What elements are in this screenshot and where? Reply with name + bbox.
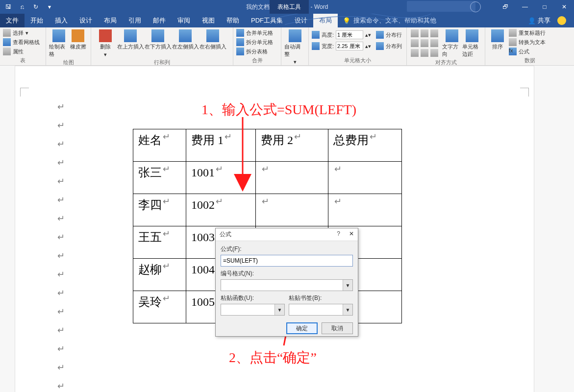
ribbon-display-icon[interactable]: 🗗 xyxy=(496,0,515,14)
qat-more-icon[interactable]: ▾ xyxy=(44,1,55,12)
autofit-icon xyxy=(289,29,301,42)
menu-references[interactable]: 引用 xyxy=(123,14,147,27)
annotation-step1: 1、输入公式=SUM(LEFT) xyxy=(201,100,356,119)
dialog-close-icon[interactable]: ✕ xyxy=(349,230,354,237)
menu-layout[interactable]: 布局 xyxy=(98,14,123,27)
dist-rows-button[interactable]: 分布行 xyxy=(386,31,402,39)
row-above-icon xyxy=(124,29,137,42)
merge-cells-button[interactable]: 合并单元格 xyxy=(236,28,273,37)
menu-pdf[interactable]: PDF工具集 xyxy=(245,14,289,27)
pastefn-label: 粘贴函数(U): xyxy=(221,294,285,302)
delete-icon xyxy=(99,29,112,42)
ok-button[interactable]: 确定 xyxy=(286,322,318,334)
text-direction-button[interactable]: 文字方向 xyxy=(442,28,462,58)
menu-review[interactable]: 审阅 xyxy=(172,14,196,27)
dialog-titlebar[interactable]: 公式 ? ✕ xyxy=(216,228,358,241)
group-autofit: 自动调整▾ xyxy=(281,27,309,65)
select-button[interactable]: 选择 ▾ xyxy=(3,28,40,37)
width-icon xyxy=(312,42,320,50)
menu-mailings[interactable]: 邮件 xyxy=(147,14,172,27)
th-total: 总费用 xyxy=(333,134,369,147)
textdir-icon xyxy=(446,29,458,42)
insert-above-button[interactable]: 在上方插入 xyxy=(117,28,144,50)
th-name: 姓名 xyxy=(138,134,162,147)
dist-cols-button[interactable]: 分布列 xyxy=(386,43,402,50)
height-input[interactable] xyxy=(336,30,363,39)
insert-right-button[interactable]: 在右侧插入 xyxy=(199,28,226,50)
col-left-icon xyxy=(179,29,192,42)
formula-dialog: 公式 ? ✕ 公式(F): 编号格式(N): ▼ 粘贴函数(U): ▼ 粘贴书签… xyxy=(215,228,358,337)
pastefn-combo[interactable]: ▼ xyxy=(221,304,285,316)
menu-file[interactable]: 文件 xyxy=(0,14,25,27)
menu-table-layout[interactable]: 布局 xyxy=(313,14,338,27)
table-row: 张三↵1001↵↵↵ xyxy=(133,162,402,194)
dialog-help-icon[interactable]: ? xyxy=(337,230,340,237)
th-cost2: 费用 2 xyxy=(261,134,293,147)
numfmt-label: 编号格式(N): xyxy=(221,270,353,278)
ribbon: 选择 ▾ 查看网格线 属性 表 绘制表格 橡皮擦 绘图 删除▾ 在上方插入 在下… xyxy=(0,27,574,66)
menu-help[interactable]: 帮助 xyxy=(221,14,245,27)
menu-bar: 文件 开始 插入 设计 布局 引用 邮件 审阅 视图 帮助 PDF工具集 设计 … xyxy=(0,14,574,27)
align-grid[interactable] xyxy=(411,29,439,58)
formula-button[interactable]: fx公式 xyxy=(509,47,546,56)
insert-left-button[interactable]: 在左侧插入 xyxy=(172,28,199,50)
maximize-button[interactable]: □ xyxy=(535,0,554,14)
group-align: 文字方向 单元格边距 对齐方式 xyxy=(407,27,485,65)
paragraph-marks: ↵↵↵↵↵↵ ↵↵↵↵↵↵ ↵↵↵↵↵↵ xyxy=(57,101,65,392)
properties-icon xyxy=(3,48,11,55)
close-button[interactable]: ✕ xyxy=(554,0,574,14)
grid-icon xyxy=(3,38,11,46)
menu-table-design[interactable]: 设计 xyxy=(289,14,313,27)
cursor-icon xyxy=(3,29,11,37)
account-badge[interactable] xyxy=(407,1,475,12)
split-table-button[interactable]: 拆分表格 xyxy=(236,47,273,56)
fx-icon: fx xyxy=(509,48,517,55)
insert-below-button[interactable]: 在下方插入 xyxy=(144,28,172,50)
smiley-icon[interactable] xyxy=(557,16,566,25)
view-gridlines-button[interactable]: 查看网格线 xyxy=(3,38,40,47)
convert-text-button[interactable]: 转换为文本 xyxy=(509,38,546,47)
delete-button[interactable]: 删除▾ xyxy=(94,28,117,58)
tell-me-placeholder: 搜索命令、文本、帮助和其他 xyxy=(353,16,436,25)
menu-insert[interactable]: 插入 xyxy=(49,14,74,27)
sort-icon xyxy=(491,29,504,42)
convert-icon xyxy=(509,38,517,46)
window-controls: 🗗 xyxy=(496,0,515,14)
split-cells-button[interactable]: 拆分单元格 xyxy=(236,38,273,47)
group-merge: 合并单元格 拆分单元格 拆分表格 合并 xyxy=(233,27,281,65)
numfmt-combo[interactable]: ▼ xyxy=(221,279,353,291)
split-cell-icon xyxy=(236,38,244,46)
undo-icon[interactable]: ⎌ xyxy=(17,1,27,12)
sort-button[interactable]: 排序 xyxy=(488,28,507,50)
document-area: ↵↵↵↵↵↵ ↵↵↵↵↵↵ ↵↵↵↵↵↵ 姓名↵ 费用 1↵ 费用 2↵ 总费用… xyxy=(0,66,574,392)
draw-table-button[interactable]: 绘制表格 xyxy=(49,28,69,58)
cancel-button[interactable]: 取消 xyxy=(322,322,353,334)
autofit-button[interactable]: 自动调整▾ xyxy=(284,28,305,65)
header-icon xyxy=(509,29,517,37)
group-label-merge: 合并 xyxy=(233,57,281,65)
save-icon[interactable]: 🖫 xyxy=(3,1,14,12)
group-label-cellsize: 单元格大小 xyxy=(309,57,406,65)
table-row: 李四↵1002↵↵↵ xyxy=(133,194,402,226)
formula-input[interactable] xyxy=(221,255,353,267)
account-avatar-icon[interactable] xyxy=(470,1,481,12)
repeat-header-button[interactable]: 重复标题行 xyxy=(509,28,546,37)
share-button[interactable]: 👤 共享 xyxy=(528,16,550,25)
redo-icon[interactable]: ↻ xyxy=(30,1,41,12)
pastebm-combo[interactable]: ▼ xyxy=(289,304,353,316)
menu-view[interactable]: 视图 xyxy=(196,14,221,27)
split-table-icon xyxy=(236,48,244,55)
width-input[interactable] xyxy=(336,42,363,50)
merge-icon xyxy=(236,29,244,37)
chevron-down-icon: ▼ xyxy=(343,280,352,291)
menu-design[interactable]: 设计 xyxy=(74,14,98,27)
group-label-table: 表 xyxy=(0,57,46,65)
pencil-icon xyxy=(52,29,65,42)
dist-cols-icon xyxy=(376,42,384,50)
eraser-button[interactable]: 橡皮擦 xyxy=(69,28,88,50)
tell-me[interactable]: 💡 搜索命令、文本、帮助和其他 xyxy=(343,16,436,25)
minimize-button[interactable]: — xyxy=(515,0,535,14)
cell-margins-button[interactable]: 单元格边距 xyxy=(462,28,482,58)
menu-home[interactable]: 开始 xyxy=(25,14,49,27)
properties-button[interactable]: 属性 xyxy=(3,47,40,56)
